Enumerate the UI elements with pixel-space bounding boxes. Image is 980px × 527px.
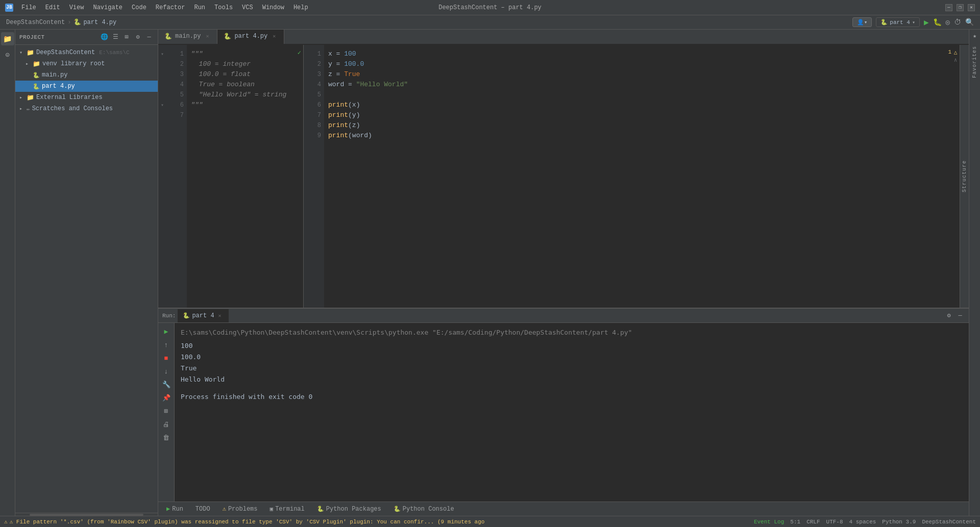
tree-scratches[interactable]: ▸ ✏ Scratches and Consoles [15, 103, 158, 114]
status-right: Event Log 5:1 CRLF UTF-8 4 spaces Python… [754, 519, 976, 525]
bottom-tab-python-console[interactable]: 🐍 Python Console [389, 503, 458, 515]
line-numbers-main: 1 2 3 4 5 6 7 [166, 45, 187, 308]
run-table-icon[interactable]: ⊞ [161, 406, 172, 417]
run-down-btn[interactable]: ↓ [161, 366, 172, 377]
encoding[interactable]: UTF-8 [826, 519, 843, 525]
breadcrumb-file-icon: 🐍 [74, 18, 81, 26]
run-output-100: 100 [181, 340, 963, 352]
code-line-4: True = boolean [191, 80, 303, 90]
run-panel: Run: 🐍 part 4 ✕ ⚙ — ▶ ↑ ■ ↓ 🔧 [158, 308, 969, 501]
tab-part4-py[interactable]: 🐍 part 4.py ✕ [217, 30, 284, 44]
editor-main-py: ▾ ▾ 1 2 3 4 5 6 7 " [158, 45, 304, 308]
sidebar: Project 🌐 ☰ ⊞ ⚙ — ▾ 📁 DeepStashContent E… [15, 30, 158, 516]
editors-split: ▾ ▾ 1 2 3 4 5 6 7 " [158, 45, 969, 308]
line-ending[interactable]: CRLF [806, 519, 820, 525]
debug-button[interactable]: 🐛 [933, 18, 942, 27]
user-button[interactable]: 👤▾ [852, 17, 872, 27]
run-print-icon[interactable]: 🖨 [161, 419, 172, 430]
favorites-icon[interactable]: ★ [971, 32, 979, 40]
project-name[interactable]: DeepStashContent [922, 519, 976, 525]
run-wrench-icon[interactable]: 🔧 [161, 379, 172, 390]
status-warning-icon: ⚠ [4, 518, 8, 525]
breadcrumb-file[interactable]: part 4.py [83, 19, 116, 26]
warning-count: 1 [948, 49, 951, 55]
menu-navigate[interactable]: Navigate [89, 3, 127, 12]
menu-refactor[interactable]: Refactor [152, 3, 189, 12]
tab-bar: 🐍 main.py ✕ 🐍 part 4.py ✕ [158, 30, 969, 45]
code-line-2: 100 = integer [191, 59, 303, 69]
menu-help[interactable]: Help [289, 3, 312, 12]
code-line-3: 100.0 = float [191, 69, 303, 80]
run-content: ▶ ↑ ■ ↓ 🔧 📌 ⊞ 🖨 🗑 E:\sams\Coding\Python\… [158, 323, 969, 501]
project-activity-icon[interactable]: 📁 [1, 32, 14, 45]
menu-run[interactable]: Run [190, 3, 209, 12]
run-stop-btn[interactable]: ■ [161, 353, 172, 364]
tab-close-main[interactable]: ✕ [204, 33, 211, 40]
tab-close-part4[interactable]: ✕ [271, 33, 278, 40]
bottom-tab-problems[interactable]: ⚠ Problems [218, 503, 262, 515]
run-config-selector[interactable]: 🐍 part 4 ▾ [876, 17, 920, 27]
menu-view[interactable]: View [65, 3, 88, 12]
breadcrumb-project[interactable]: DeepStashContent [6, 19, 65, 26]
sidebar-globe-icon[interactable]: 🌐 [100, 33, 109, 42]
scroll-up-icon[interactable]: ∧ [954, 57, 958, 63]
tree-external-libraries[interactable]: ▸ 📁 External Libraries [15, 92, 158, 103]
project-tree: ▾ 📁 DeepStashContent E:\sams\C ▸ 📁 venv … [15, 45, 158, 513]
menu-edit[interactable]: Edit [41, 3, 64, 12]
run-play-btn[interactable]: ▶ [161, 326, 172, 337]
profile-button[interactable]: ⏱ [954, 18, 961, 27]
run-tab-close[interactable]: ✕ [216, 312, 224, 319]
run-minimize-icon[interactable]: — [955, 311, 965, 320]
run-settings-icon[interactable]: ⚙ [944, 311, 953, 320]
menu-vcs[interactable]: VCS [238, 3, 257, 12]
close-button[interactable]: ✕ [968, 4, 975, 11]
code-content-part4[interactable]: x = 100 y = 100.0 z = True word = "Hello… [324, 45, 960, 308]
run-button[interactable]: ▶ [924, 17, 929, 28]
bottom-tab-terminal[interactable]: ▣ Terminal [266, 503, 309, 515]
run-exit-message: Process finished with exit code 0 [181, 391, 963, 403]
part4-line-4: word = "Hello World" [328, 80, 960, 90]
bottom-tab-python-packages[interactable]: 🐍 Python Packages [313, 503, 385, 515]
run-tab-icons: ⚙ — [944, 311, 965, 320]
fold-marker-1[interactable]: ▾ [161, 51, 164, 57]
part4-line-1: x = 100 [328, 49, 960, 59]
maximize-button[interactable]: ❐ [957, 4, 964, 11]
breadcrumb-toolbar: DeepStashContent › 🐍 part 4.py 👤▾ 🐍 part… [0, 15, 980, 30]
code-content-main[interactable]: """ 100 = integer 100.0 = float True = b… [187, 45, 303, 308]
tree-main-py[interactable]: ▸ 🐍 main.py [15, 69, 158, 81]
run-output-hello: Hello World [181, 374, 963, 385]
search-icon[interactable]: 🔍 [965, 18, 974, 27]
coverage-button[interactable]: ◎ [946, 18, 950, 27]
commit-activity-icon[interactable]: ⊙ [1, 48, 14, 61]
event-log[interactable]: Event Log [754, 519, 784, 525]
run-output-100.0: 100.0 [181, 352, 963, 363]
run-pin-icon[interactable]: 📌 [161, 392, 172, 404]
tree-part4-py[interactable]: ▸ 🐍 part 4.py [15, 81, 158, 92]
tab-main-py[interactable]: 🐍 main.py ✕ [158, 30, 217, 44]
run-sidebar: ▶ ↑ ■ ↓ 🔧 📌 ⊞ 🖨 🗑 [158, 323, 175, 501]
menu-window[interactable]: Window [258, 3, 288, 12]
run-tab-part4[interactable]: 🐍 part 4 ✕ [178, 309, 228, 322]
sidebar-list-icon[interactable]: ☰ [111, 33, 120, 42]
sidebar-minimize-icon[interactable]: — [144, 33, 154, 42]
menu-file[interactable]: File [17, 3, 40, 12]
sidebar-layout-icon[interactable]: ⊞ [122, 33, 131, 42]
bottom-tab-run[interactable]: ▶ Run [162, 503, 187, 515]
menu-tools[interactable]: Tools [210, 3, 237, 12]
bottom-tab-todo[interactable]: TODO [191, 503, 214, 515]
minimize-button[interactable]: — [945, 4, 952, 11]
run-tab-bar: Run: 🐍 part 4 ✕ ⚙ — [158, 309, 969, 323]
tree-root[interactable]: ▾ 📁 DeepStashContent E:\sams\C [15, 47, 158, 58]
status-bar: ⚠ ⚠ File pattern '*.csv' (from 'Rainbow … [0, 516, 980, 527]
warning-indicator[interactable]: △ [954, 49, 958, 56]
tree-venv[interactable]: ▸ 📁 venv library root [15, 58, 158, 69]
menu-code[interactable]: Code [128, 3, 151, 12]
run-trash-icon[interactable]: 🗑 [161, 432, 172, 443]
indent[interactable]: 4 spaces [849, 519, 876, 525]
status-warning-text[interactable]: ⚠ File pattern '*.csv' (from 'Rainbow CS… [10, 518, 485, 525]
run-up-btn[interactable]: ↑ [161, 339, 172, 350]
fold-marker-6[interactable]: ▾ [161, 102, 164, 108]
python-version[interactable]: Python 3.9 [882, 519, 916, 525]
structure-panel[interactable]: Structure [960, 45, 969, 308]
sidebar-settings-icon[interactable]: ⚙ [133, 33, 142, 42]
